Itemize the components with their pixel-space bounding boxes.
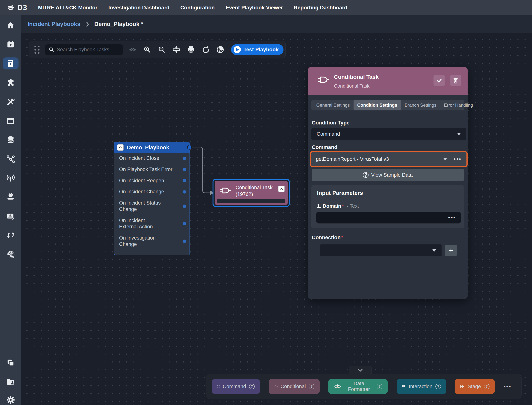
palette-more-options-icon[interactable]: ••• xyxy=(504,384,512,390)
trigger-row-on-incident-reopen[interactable]: On Incident Reopen xyxy=(114,175,190,186)
command-select-highlighted[interactable]: getDomainReport - VirusTotal v3 ••• xyxy=(310,151,468,167)
sidebar-item-event-intake[interactable] xyxy=(3,172,19,184)
tab-general-settings[interactable]: General Settings xyxy=(313,100,354,110)
printer-icon[interactable] xyxy=(186,44,196,55)
collapse-caret-icon[interactable] xyxy=(117,144,123,151)
palette-data-formatter-button[interactable]: </> Data Formatter ? xyxy=(328,379,388,394)
sidebar-item-settings[interactable] xyxy=(3,394,19,405)
trigger-port-icon[interactable] xyxy=(183,205,186,208)
help-icon[interactable]: ? xyxy=(249,384,255,389)
condition-type-label: Condition Type xyxy=(312,120,350,126)
refresh-icon[interactable] xyxy=(200,44,211,55)
test-playbook-label: Test Playbook xyxy=(243,47,279,53)
sidebar-item-event-board[interactable] xyxy=(3,115,19,127)
task-properties-panel: Conditional Task Conditional Task Genera… xyxy=(308,67,468,299)
conditional-task-node[interactable]: Conditional Task (19762) xyxy=(212,179,290,207)
tools-icon xyxy=(6,97,15,106)
conditional-plug-icon xyxy=(318,76,329,84)
antenna-icon xyxy=(6,174,15,182)
trigger-port-icon[interactable] xyxy=(183,240,186,243)
zoom-out-icon[interactable] xyxy=(157,44,167,55)
trigger-label: On Playbook Task Error xyxy=(119,166,172,173)
trigger-port-icon[interactable] xyxy=(183,157,186,160)
sidebar-item-web-intake[interactable] xyxy=(3,191,19,203)
confirm-button[interactable] xyxy=(434,75,445,86)
nav-configuration[interactable]: Configuration xyxy=(180,5,215,11)
trigger-row-on-incident-external-action[interactable]: On Incident External Action xyxy=(114,215,190,233)
command-more-options-icon[interactable]: ••• xyxy=(454,156,462,162)
palette-stage-button[interactable]: Stage ? xyxy=(455,379,495,394)
search-box[interactable] xyxy=(45,44,123,55)
connection-select[interactable] xyxy=(320,244,442,256)
playbook-trigger-node[interactable]: Demo_Playbook On Incident Close On Playb… xyxy=(114,142,190,255)
fit-view-icon[interactable] xyxy=(171,44,182,55)
conditional-plug-icon xyxy=(274,384,278,389)
nav-event-playbook-viewer[interactable]: Event Playbook Viewer xyxy=(226,5,283,11)
param-domain-input[interactable]: ••• xyxy=(316,212,461,223)
trigger-port-icon[interactable] xyxy=(183,190,186,194)
trigger-port-icon[interactable] xyxy=(183,222,186,225)
help-icon[interactable]: ? xyxy=(484,384,490,389)
sidebar-item-identity[interactable] xyxy=(3,248,19,260)
playbook-node-header[interactable]: Demo_Playbook xyxy=(114,142,190,153)
sidebar-item-integrations[interactable] xyxy=(3,77,19,89)
palette-conditional-button[interactable]: Conditional ? xyxy=(269,379,320,394)
command-label: Command xyxy=(312,144,337,150)
playbook-output-port[interactable] xyxy=(187,145,192,149)
trigger-port-icon[interactable] xyxy=(183,179,186,182)
sidebar-item-utility-commands[interactable] xyxy=(3,96,19,108)
trigger-row-on-incident-status-change[interactable]: On Incident Status Change xyxy=(114,197,190,215)
palette-interaction-button[interactable]: ? Interaction ? xyxy=(397,379,446,394)
globe-lines-icon xyxy=(6,193,15,201)
nav-reporting-dashboard[interactable]: Reporting Dashboard xyxy=(294,5,347,11)
drag-handle-icon[interactable] xyxy=(34,46,40,54)
tab-branch-settings[interactable]: Branch Settings xyxy=(401,100,440,110)
palette-collapse-tab[interactable] xyxy=(349,366,372,374)
panel-subtitle: Conditional Task xyxy=(334,83,369,89)
globe-icon[interactable] xyxy=(215,44,225,55)
param-editor-icon[interactable]: ••• xyxy=(448,215,456,221)
trigger-row-on-investigation-change[interactable]: On Investigation Change xyxy=(114,232,190,250)
calendar-play-icon xyxy=(6,40,15,49)
palette-conditional-label: Conditional xyxy=(280,384,306,390)
panel-title: Conditional Task xyxy=(334,74,379,80)
trigger-row-on-incident-close[interactable]: On Incident Close xyxy=(114,153,190,164)
trigger-label: On Incident External Action xyxy=(119,217,164,230)
help-icon[interactable]: ? xyxy=(309,384,314,389)
trigger-label: On Incident Reopen xyxy=(119,178,164,184)
trigger-row-on-incident-change[interactable]: On Incident Change xyxy=(114,186,190,197)
delete-button[interactable] xyxy=(450,75,461,86)
home-icon xyxy=(6,21,15,30)
tab-error-handling[interactable]: Error Handling xyxy=(440,100,477,110)
sidebar-item-shared-folder[interactable] xyxy=(3,376,19,388)
d3-logo[interactable]: D3 xyxy=(7,3,27,12)
nav-mitre-attck-monitor[interactable]: MITRE ATT&CK Monitor xyxy=(38,5,97,11)
sidebar-item-scheduled-playbooks[interactable] xyxy=(3,39,19,51)
sidebar-item-incident-playbooks[interactable] xyxy=(3,57,19,69)
tab-condition-settings[interactable]: Condition Settings xyxy=(354,100,401,110)
condition-type-select[interactable]: Command xyxy=(311,128,466,140)
breadcrumb-parent-link[interactable]: Incident Playbooks xyxy=(27,21,81,27)
palette-command-button[interactable]: Command ? xyxy=(212,379,260,394)
collapse-caret-icon[interactable] xyxy=(278,186,285,192)
add-connection-button[interactable]: + xyxy=(445,245,457,256)
trigger-port-icon[interactable] xyxy=(183,168,186,171)
eye-icon[interactable] xyxy=(127,44,138,55)
palette-interaction-label: Interaction xyxy=(409,384,432,390)
test-playbook-button[interactable]: Test Playbook xyxy=(231,44,284,55)
palette-stage-label: Stage xyxy=(468,384,481,390)
sidebar-item-incident-forms[interactable] xyxy=(3,210,19,223)
network-icon xyxy=(6,155,15,163)
sidebar-item-data-store[interactable] xyxy=(3,134,19,146)
sidebar-item-correlations[interactable] xyxy=(3,153,19,165)
help-icon[interactable]: ? xyxy=(435,384,441,389)
sidebar-item-home[interactable] xyxy=(3,20,19,32)
zoom-in-icon[interactable] xyxy=(142,44,152,55)
sidebar-item-sync[interactable] xyxy=(3,229,19,241)
nav-investigation-dashboard[interactable]: Investigation Dashboard xyxy=(108,5,170,11)
search-input[interactable] xyxy=(57,47,123,53)
view-sample-data-button[interactable]: ? View Sample Data xyxy=(312,169,464,181)
help-icon[interactable]: ? xyxy=(377,384,382,389)
sidebar-item-copy[interactable] xyxy=(3,357,19,369)
trigger-row-on-playbook-task-error[interactable]: On Playbook Task Error xyxy=(114,164,190,175)
